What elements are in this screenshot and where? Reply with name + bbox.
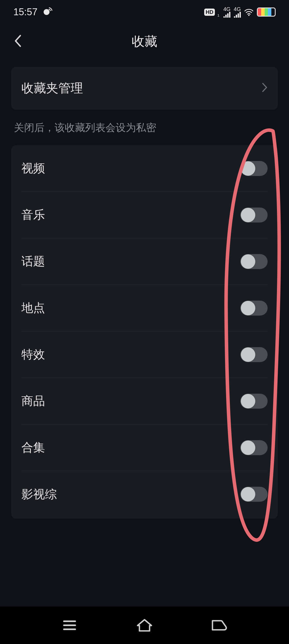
toggle-label-location: 地点 (21, 300, 45, 316)
toggle-switch-video[interactable] (240, 161, 268, 176)
status-time: 15:57 (13, 6, 37, 18)
hd-badge: HD (204, 9, 215, 16)
toggle-switch-media[interactable] (240, 487, 268, 502)
toggles-card: 视频 音乐 话题 地点 特效 商品 合集 影视综 (11, 145, 278, 519)
nav-back-button[interactable] (207, 616, 231, 635)
toggle-label-media: 影视综 (21, 486, 57, 502)
toggle-row-location: 地点 (21, 285, 268, 331)
toggle-label-collection: 合集 (21, 440, 45, 455)
toggle-switch-topic[interactable] (240, 254, 268, 269)
page-header: 收藏 (0, 24, 289, 59)
toggle-switch-product[interactable] (240, 394, 268, 409)
weibo-icon (42, 6, 53, 19)
home-icon (136, 619, 153, 632)
favorites-manage-row[interactable]: 收藏夹管理 (21, 67, 268, 110)
svg-point-0 (44, 9, 50, 15)
nav-home-button[interactable] (132, 616, 157, 635)
toggle-switch-location[interactable] (240, 301, 268, 316)
back-button[interactable] (11, 31, 25, 52)
svg-rect-4 (63, 628, 76, 630)
content-area: 收藏夹管理 关闭后，该收藏列表会设为私密 视频 音乐 话题 地点 特效 (0, 59, 289, 519)
toggle-switch-collection[interactable] (240, 440, 268, 455)
back-icon (211, 619, 228, 631)
section-description: 关闭后，该收藏列表会设为私密 (11, 110, 278, 145)
toggle-row-media: 影视综 (21, 471, 268, 518)
toggle-label-product: 商品 (21, 393, 45, 409)
toggle-row-video: 视频 (21, 145, 268, 192)
status-bar: 15:57 HD1 4G 4G (0, 0, 289, 24)
menu-icon (62, 619, 77, 631)
signal-2: 4G (234, 6, 241, 18)
toggle-row-collection: 合集 (21, 424, 268, 471)
system-nav-bar (0, 607, 289, 644)
battery-icon (257, 7, 276, 17)
toggle-row-effect: 特效 (21, 331, 268, 378)
manage-card: 收藏夹管理 (11, 67, 278, 110)
toggle-switch-effect[interactable] (240, 347, 268, 362)
hd-sub: 1 (217, 13, 219, 17)
wifi-icon (244, 8, 254, 16)
svg-point-1 (248, 15, 250, 16)
svg-rect-2 (63, 620, 76, 622)
toggle-switch-music[interactable] (240, 208, 268, 223)
toggle-label-video: 视频 (21, 160, 45, 176)
status-left: 15:57 (13, 6, 53, 19)
nav-recent-button[interactable] (58, 616, 82, 635)
chevron-right-icon (262, 81, 268, 95)
toggle-row-music: 音乐 (21, 192, 268, 238)
signal-2-label: 4G (234, 6, 241, 12)
toggle-row-topic: 话题 (21, 238, 268, 285)
manage-label: 收藏夹管理 (21, 80, 83, 97)
toggle-label-topic: 话题 (21, 254, 45, 269)
svg-rect-3 (63, 624, 76, 626)
signal-1: 4G (223, 6, 231, 18)
toggle-label-music: 音乐 (21, 207, 45, 223)
signal-1-label: 4G (223, 6, 231, 12)
toggle-row-product: 商品 (21, 378, 268, 424)
page-title: 收藏 (132, 33, 157, 50)
toggle-label-effect: 特效 (21, 347, 45, 362)
status-right: HD1 4G 4G (204, 6, 276, 18)
chevron-left-icon (13, 34, 22, 48)
